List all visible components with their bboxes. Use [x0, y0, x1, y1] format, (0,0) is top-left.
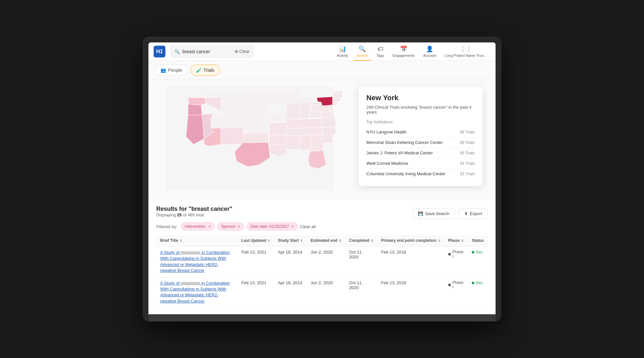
svg-marker-28 [286, 119, 322, 129]
sort-icon[interactable]: ⇅ [438, 239, 440, 242]
cell-last-updated: Feb 13, 2021 [238, 277, 274, 308]
account-icon: 👤 [426, 45, 433, 53]
institution-row: James J. Peters VA Medical Center 65 Tri… [366, 148, 475, 158]
svg-marker-41 [326, 111, 333, 116]
svg-marker-30 [286, 135, 300, 150]
sort-icon[interactable]: ⇅ [300, 239, 303, 242]
nav-items: 📊 Activity 🔍 Search 🏷 Tags 📅 Engagements… [333, 42, 490, 61]
us-map[interactable] [155, 86, 344, 192]
remove-filter-sponsor[interactable]: ✕ [238, 225, 240, 229]
nav-item-activity[interactable]: 📊 Activity [333, 42, 351, 61]
nav-item-engagements[interactable]: 📅 Engagements [389, 42, 418, 61]
popup-title: New York [366, 94, 475, 102]
save-search-button[interactable]: 💾 Save Search [412, 208, 455, 219]
results-subtitle: Displaying 25 of 489 total [156, 212, 232, 217]
engagements-icon: 📅 [400, 45, 407, 53]
export-button[interactable]: ⬇ Export [459, 208, 488, 219]
col-primary-end-point: Primary end point completion ⇅ [377, 235, 444, 246]
filter-chip-intervention[interactable]: Intervention: ✕ [181, 223, 215, 230]
svg-marker-12 [243, 91, 270, 101]
export-icon: ⬇ [464, 211, 468, 216]
sort-icon[interactable]: ⇅ [339, 239, 341, 242]
nav-item-tags[interactable]: 🏷 Tags [373, 42, 387, 61]
institution-row: Memorial Sloan Kettering Cancer Center 8… [366, 137, 475, 148]
status-dot [472, 282, 474, 284]
svg-marker-2 [188, 104, 202, 116]
activity-icon: 📊 [339, 45, 346, 53]
results-section: Results for "breast cancer" Displaying 2… [148, 199, 496, 314]
top-nav: H1 🔍 breast cancer ⊗ Clear 📊 Activity 🔍 … [148, 42, 496, 61]
svg-marker-25 [286, 103, 300, 120]
save-icon: 💾 [418, 211, 423, 216]
tab-trials[interactable]: 🧪 Trials [191, 65, 220, 76]
nav-item-search[interactable]: 🔍 Search [353, 42, 371, 61]
sort-icon[interactable]: ⇅ [268, 239, 270, 242]
search-bar[interactable]: 🔍 breast cancer ⊗ Clear [171, 46, 253, 57]
search-icon: 🔍 [174, 49, 180, 54]
redacted-text [181, 282, 200, 285]
svg-marker-7 [221, 101, 243, 115]
map-popup-card: New York 249 Clinical Trials involving "… [359, 86, 483, 186]
sort-icon[interactable]: ⇅ [461, 239, 464, 242]
cell-estimated-end: Jun 2, 2020 [307, 277, 345, 308]
cell-completed: Oct 11, 2020 [345, 246, 377, 277]
svg-marker-21 [269, 135, 287, 145]
svg-marker-8 [221, 115, 244, 128]
svg-marker-15 [243, 123, 269, 134]
trial-title-link[interactable]: A Study of in Combination With Capecitab… [160, 281, 230, 304]
clear-button[interactable]: ⊗ Clear [235, 49, 250, 54]
results-header: Results for "breast cancer" Displaying 2… [156, 206, 488, 221]
svg-marker-35 [322, 127, 336, 135]
col-status: Status [468, 235, 488, 246]
cell-phase: Phase I [444, 246, 468, 277]
cell-last-updated: Feb 13, 2021 [238, 246, 274, 277]
nav-item-account[interactable]: 👤 Account [420, 42, 439, 61]
svg-marker-40 [329, 105, 333, 112]
svg-marker-26 [299, 102, 310, 118]
cell-brief-title: A Study of in Combination With Capecitab… [156, 246, 238, 277]
svg-marker-32 [311, 135, 323, 151]
sort-icon[interactable]: ⇅ [179, 239, 182, 242]
institution-row: NYU Langone Health 89 Trials [366, 127, 475, 137]
institutions-list: NYU Langone Health 89 Trials Memorial Sl… [366, 127, 475, 179]
table-row: A Study of in Combination With Capecitab… [156, 277, 488, 308]
cell-primary-end-point: Feb 13, 2018 [377, 277, 444, 308]
phase-badge: Phase I [448, 280, 464, 289]
filter-chip-date[interactable]: Start date: 01/25/2017 ✕ [247, 223, 298, 230]
laptop-base [148, 314, 496, 321]
remove-filter-intervention[interactable]: ✕ [208, 225, 211, 229]
results-title-block: Results for "breast cancer" Displaying 2… [156, 206, 232, 221]
cell-status: Rec [468, 277, 488, 308]
sort-icon[interactable]: ⇅ [371, 239, 373, 242]
svg-marker-14 [243, 113, 269, 123]
logo[interactable]: H1 [154, 46, 165, 57]
table-header-row: Brief Title ⇅ Last Updated ⇅ [156, 235, 488, 246]
svg-marker-16 [243, 133, 269, 143]
institution-row: Weill Cornell Medicine 54 Trials [366, 158, 475, 169]
top-institutions-label: Top Institutions: [366, 120, 475, 124]
clear-x-icon: ⊗ [235, 49, 238, 54]
results-table: Brief Title ⇅ Last Updated ⇅ [156, 235, 488, 308]
popup-subtitle: 249 Clinical Trials involving "breast ca… [366, 105, 475, 115]
svg-marker-31 [299, 135, 311, 150]
filter-chip-sponsor[interactable]: Sponsor ✕ [217, 223, 244, 230]
remove-filter-date[interactable]: ✕ [291, 225, 294, 229]
col-completed: Completed ⇅ [345, 235, 377, 246]
cell-brief-title: A Study of in Combination With Capecitab… [156, 277, 238, 308]
svg-marker-20 [269, 122, 287, 135]
svg-marker-33 [308, 151, 326, 168]
svg-marker-44 [332, 91, 343, 98]
tags-icon: 🏷 [377, 46, 383, 53]
svg-marker-19 [269, 112, 287, 122]
nav-item-project[interactable]: ⋮⋮ Long Project Name Trun… [441, 42, 490, 61]
status-badge: Rec [472, 250, 483, 255]
cell-study-start: Apr 18, 2014 [274, 246, 307, 277]
cell-primary-end-point: Feb 13, 2018 [377, 246, 444, 277]
search-nav-icon: 🔍 [359, 45, 366, 53]
tab-people[interactable]: 👥 People [155, 65, 188, 76]
cell-phase: Phase I [444, 277, 468, 308]
cell-status: Rec [468, 246, 488, 277]
trial-title-link[interactable]: A Study of in Combination With Capecitab… [160, 250, 230, 273]
clear-all-button[interactable]: Clear all [300, 224, 316, 229]
status-dot [472, 251, 474, 254]
